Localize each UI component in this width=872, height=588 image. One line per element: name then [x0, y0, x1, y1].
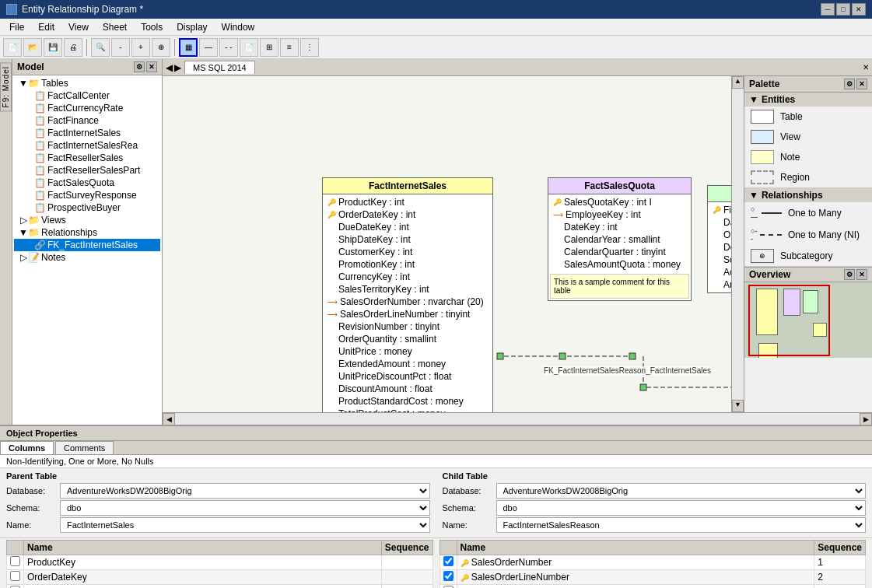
parent-name-select[interactable]: FactInternetSales	[60, 517, 430, 533]
tab-model[interactable]: F9: Model	[0, 62, 12, 111]
toolbar-table[interactable]: ⊞	[260, 38, 278, 57]
tree-item-factresellersalespart[interactable]: 📋 FactResellerSalesPart	[14, 164, 160, 177]
child-row-salesordernumber: 🔑 SalesOrderNumber 1	[440, 555, 866, 570]
palette-item-subcategory[interactable]: ⊕ Subcategory	[744, 246, 872, 266]
tree-label-fcc: FactCallCenter	[47, 90, 110, 101]
toolbar-view-icon[interactable]: ≡	[280, 38, 299, 57]
palette-item-table[interactable]: Table	[744, 107, 872, 127]
overview-panel: Overview ⚙ ✕	[744, 267, 872, 360]
maximize-button[interactable]: □	[836, 3, 850, 16]
toolbar-print[interactable]: 🖨	[64, 38, 82, 57]
diagram-tab-mssql[interactable]: MS SQL 2014	[184, 61, 255, 74]
palette-item-note[interactable]: Note	[744, 147, 872, 167]
props-tab-comments[interactable]: Comments	[55, 441, 114, 454]
model-panel-settings[interactable]: ⚙	[134, 61, 145, 72]
menu-edit[interactable]: Edit	[32, 20, 61, 34]
hscroll-left[interactable]: ◀	[163, 413, 175, 425]
tree-item-tables[interactable]: ▼ 📁 Tables	[14, 77, 160, 89]
tree-item-factsalesquota[interactable]: 📋 FactSalesQuota	[14, 177, 160, 189]
parent-check-productkey[interactable]	[10, 556, 20, 566]
toolbar-line[interactable]: —	[199, 38, 218, 57]
child-check-salesordernumber[interactable]	[443, 556, 454, 566]
palette-item-view[interactable]: View	[744, 127, 872, 147]
menu-window[interactable]: Window	[215, 20, 261, 34]
tree-item-factinternetsales[interactable]: 📋 FactInternetSales	[14, 127, 160, 139]
parent-schema-select[interactable]: dbo	[60, 500, 430, 516]
toolbar-zoom-out[interactable]: -	[111, 38, 130, 57]
tree-item-factfinance[interactable]: 📋 FactFinance	[14, 114, 160, 127]
app-title: Entity Relationship Diagram *	[22, 4, 143, 15]
toolbar-grid[interactable]: ▦	[179, 38, 198, 57]
menu-sheet[interactable]: Sheet	[96, 20, 133, 34]
toolbar-page[interactable]: 📄	[240, 38, 258, 57]
views-icon: 📁	[28, 215, 40, 226]
tree-item-factinternetsalesrea[interactable]: 📋 FactInternetSalesRea	[14, 139, 160, 152]
tree-item-factcallcenter[interactable]: 📋 FactCallCenter	[14, 89, 160, 102]
tree-item-relationships[interactable]: ▼ 📁 Relationships	[14, 226, 160, 239]
tree-item-factsurveyresponse[interactable]: 📋 FactSurveyResponse	[14, 189, 160, 201]
palette-subcategory-label: Subcategory	[780, 250, 832, 261]
model-panel-close[interactable]: ✕	[146, 61, 157, 72]
parent-check-orderdatekey[interactable]	[10, 571, 20, 581]
toolbar-save[interactable]: 💾	[44, 38, 62, 57]
tab-prev-btn[interactable]: ◀	[166, 62, 173, 73]
table-body-fis: 🔑ProductKey : int 🔑OrderDateKey : int Du…	[323, 194, 492, 412]
palette-close-btn[interactable]: ✕	[856, 79, 867, 89]
scrollbar-up[interactable]: ▲	[732, 76, 744, 89]
menu-display[interactable]: Display	[170, 20, 213, 34]
close-button[interactable]: ✕	[852, 3, 866, 16]
tree-label-fisr: FactInternetSalesRea	[47, 140, 138, 151]
svg-rect-1	[497, 353, 503, 359]
toolbar-open[interactable]: 📂	[23, 38, 42, 57]
child-name-select[interactable]: FactInternetSalesReason	[496, 517, 867, 533]
tree-label-fsr: FactSurveyResponse	[47, 190, 137, 201]
child-schema-select[interactable]: dbo	[496, 500, 867, 516]
toolbar-zoom-in[interactable]: +	[131, 38, 150, 57]
one-to-many-ni-line	[760, 234, 782, 236]
parent-database-select[interactable]: AdventureWorksDW2008BigOrig	[60, 483, 430, 499]
tree-item-notes[interactable]: ▷ 📝 Notes	[14, 251, 160, 264]
tab-close-btn[interactable]: ✕	[863, 63, 869, 72]
minimize-button[interactable]: ─	[821, 3, 835, 16]
child-table-section: Child Table Database: AdventureWorksDW20…	[443, 471, 867, 534]
palette-item-one-to-many-ni[interactable]: ○-- One to Many (NI)	[744, 224, 872, 246]
tree-label-frs: FactResellerSales	[47, 152, 123, 163]
palette-item-one-to-many[interactable]: ○— One to Many	[744, 202, 872, 224]
tree-expand-tables[interactable]: ▼	[19, 78, 28, 89]
parent-col-seq-header: Sequence	[381, 541, 432, 555]
tree-item-factcurrencyrate[interactable]: 📋 FactCurrencyRate	[14, 102, 160, 114]
notes-icon: 📝	[28, 252, 40, 263]
scrollbar-down[interactable]: ▼	[732, 400, 744, 412]
child-check-salesorderlinenumber[interactable]	[443, 571, 454, 581]
props-tab-columns[interactable]: Columns	[0, 441, 54, 454]
svg-rect-5	[640, 384, 646, 390]
tree-item-fk-internet-sales[interactable]: 🔗 FK_FactInternetSales	[14, 239, 160, 251]
parent-schema-label: Schema:	[6, 503, 57, 513]
palette-item-region[interactable]: Region	[744, 167, 872, 187]
parent-seq-orderdatekey	[381, 570, 432, 585]
menu-view[interactable]: View	[62, 20, 95, 34]
overview-close-btn[interactable]: ✕	[856, 269, 867, 280]
tree-item-views[interactable]: ▷ 📁 Views	[14, 214, 160, 226]
child-col-name-header: Name	[457, 541, 814, 555]
svg-rect-2	[559, 353, 566, 359]
toolbar-new[interactable]: 📄	[3, 38, 22, 57]
tree-item-factresellersales[interactable]: 📋 FactResellerSales	[14, 152, 160, 164]
overview-settings-btn[interactable]: ⚙	[844, 269, 855, 280]
hscroll-right[interactable]: ▶	[860, 413, 872, 425]
pb-icon: 📋	[34, 202, 46, 213]
palette-one-to-many-ni-label: One to Many (NI)	[788, 229, 860, 240]
toolbar-dashes[interactable]: - -	[219, 38, 238, 57]
tab-next-btn[interactable]: ▶	[174, 62, 181, 73]
toolbar-more[interactable]: ⋮	[300, 38, 319, 57]
palette-settings-btn[interactable]: ⚙	[844, 79, 855, 89]
tree-item-prospectivebuyer[interactable]: 📋 ProspectiveBuyer	[14, 201, 160, 214]
toolbar-zoom-fit[interactable]: ⊕	[152, 38, 170, 57]
menu-file[interactable]: File	[3, 20, 30, 34]
menu-tools[interactable]: Tools	[135, 20, 169, 34]
toolbar-zoom-out2[interactable]: 🔍	[91, 38, 110, 57]
child-database-select[interactable]: AdventureWorksDW2008BigOrig	[496, 483, 867, 499]
table-fact-internet-sales[interactable]: FactInternetSales 🔑ProductKey : int 🔑Ord…	[322, 177, 493, 412]
table-fact-sales-quota[interactable]: FactSalesQuota 🔑SalesQuotaKey : int I ⟶E…	[548, 177, 692, 301]
key-icon-soln: 🔑	[461, 574, 469, 582]
